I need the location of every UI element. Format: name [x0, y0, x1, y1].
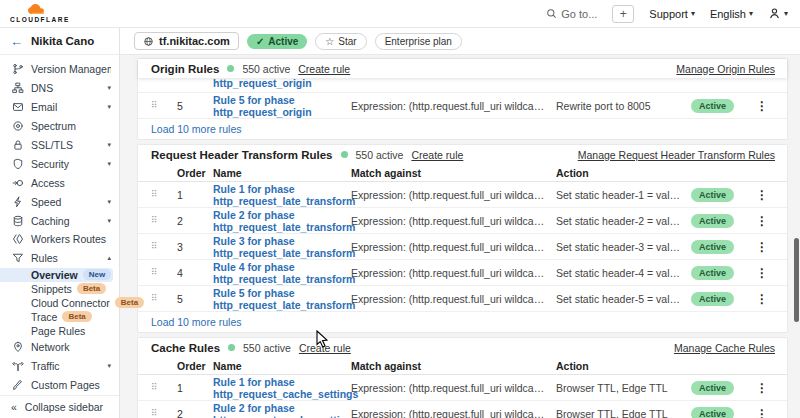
drag-handle-icon[interactable]: ⠿ [151, 294, 177, 303]
drag-handle-icon[interactable]: ⠿ [151, 242, 177, 251]
rule-name-link[interactable]: Rule 1 for phasehttp_request_late_transf… [213, 183, 351, 207]
rule-match: Expression: (http.request.full_uri wildc… [351, 100, 556, 112]
create-rule-link[interactable]: Create rule [298, 63, 350, 75]
table-row[interactable]: ⠿ 1 Rule 1 for phasehttp_request_late_tr… [138, 182, 787, 208]
sidebar-item-workers-routes[interactable]: Workers Routes [0, 230, 119, 249]
sidebar-item-rules-trace[interactable]: Trace Beta [0, 310, 119, 324]
sidebar-item-traffic[interactable]: Traffic ▾ [0, 357, 119, 376]
rule-match: Expression: (http.request.full_uri wildc… [351, 293, 556, 305]
back-arrow-icon[interactable]: ← [10, 34, 23, 49]
sidebar-item-label: SSL/TLS [31, 139, 100, 151]
sidebar-item-ssl-tls[interactable]: SSL/TLS ▾ [0, 136, 119, 155]
goto-label: Go to... [561, 8, 597, 20]
rule-name-link[interactable]: Rule 2 for phasehttp_request_late_transf… [213, 209, 351, 233]
manage-rht-rules-link[interactable]: Manage Request Header Transform Rules [578, 149, 775, 161]
drag-handle-icon[interactable]: ⠿ [151, 268, 177, 277]
rule-order: 1 [177, 382, 213, 394]
rule-name-link[interactable]: Rule 5 for phasehttp_request_late_transf… [213, 287, 351, 311]
top-bar: CLOUDFLARE Go to... + Support ▾ English … [0, 0, 800, 28]
sidebar-item-rules-cloud-connector[interactable]: Cloud Connector Beta [0, 296, 119, 310]
cache-rules-section: Cache Rules 550 active Create rule Manag… [137, 337, 788, 418]
plus-icon: + [620, 7, 627, 21]
zone-selector[interactable]: tf.nikitac.com [134, 32, 239, 50]
globe-icon [143, 36, 154, 47]
mail-icon [11, 101, 24, 114]
kebab-menu-icon[interactable]: ⋮ [756, 99, 768, 113]
section-title: Request Header Transform Rules [151, 149, 333, 161]
kebab-menu-icon[interactable]: ⋮ [756, 214, 768, 228]
kebab-menu-icon[interactable]: ⋮ [756, 407, 768, 418]
table-row[interactable]: ⠿ 1 Rule 1 for phasehttp_request_cache_s… [138, 375, 787, 401]
sidebar-item-label: Spectrum [31, 120, 111, 132]
collapse-sidebar-button[interactable]: « Collapse sidebar [0, 395, 119, 418]
table-row[interactable]: ⠿ 3 Rule 3 for phasehttp_request_late_tr… [138, 234, 787, 260]
status-badge: Active [691, 99, 734, 113]
scrollbar-thumb[interactable] [794, 238, 799, 322]
table-row[interactable]: ⠿ 2 Rule 2 for phasehttp_request_cache_s… [138, 401, 787, 418]
support-menu[interactable]: Support ▾ [649, 8, 695, 20]
sidebar-item-rules[interactable]: Rules ▴ [0, 249, 119, 268]
rule-order: 4 [177, 267, 213, 279]
load-more-rht-link[interactable]: Load 10 more rules [138, 312, 787, 332]
rule-name-link[interactable]: Rule 4 for phasehttp_request_late_transf… [213, 261, 351, 285]
load-more-origin-link[interactable]: Load 10 more rules [138, 119, 787, 139]
language-menu[interactable]: English ▾ [710, 8, 753, 20]
rule-name-link[interactable]: http_request_origin [213, 78, 781, 89]
sidebar-item-rules-page-rules[interactable]: Page Rules [0, 324, 119, 338]
rule-name-link[interactable]: Rule 5 for phasehttp_request_origin [213, 94, 351, 118]
sidebar-item-network[interactable]: Network [0, 338, 119, 357]
table-row[interactable]: ⠿ 4 Rule 4 for phasehttp_request_late_tr… [138, 260, 787, 286]
account-menu[interactable]: ▾ [768, 7, 788, 20]
rule-name-link[interactable]: Rule 2 for phasehttp_request_cache_setti… [213, 402, 351, 418]
sidebar-item-email[interactable]: Email ▾ [0, 98, 119, 117]
kebab-menu-icon[interactable]: ⋮ [756, 292, 768, 306]
cloudflare-logo[interactable]: CLOUDFLARE [10, 4, 70, 24]
sidebar-item-version-management[interactable]: Version Management [0, 60, 119, 79]
table-row[interactable]: ⠿ 2 Rule 2 for phasehttp_request_late_tr… [138, 208, 787, 234]
bolt-icon [11, 195, 24, 208]
rule-name-link[interactable]: Rule 1 for phasehttp_request_cache_setti… [213, 376, 351, 400]
sidebar-item-rules-snippets[interactable]: Snippets Beta [0, 282, 119, 296]
create-rule-link[interactable]: Create rule [411, 149, 463, 161]
origin-rules-header: Origin Rules 550 active Create rule Mana… [138, 59, 787, 78]
beta-badge: Beta [62, 311, 91, 322]
rule-name-link[interactable]: Rule 3 for phasehttp_request_late_transf… [213, 235, 351, 259]
star-button[interactable]: ☆ Star [315, 33, 366, 50]
chevron-down-icon: ▾ [107, 217, 111, 225]
kebab-menu-icon[interactable]: ⋮ [756, 240, 768, 254]
kebab-menu-icon[interactable]: ⋮ [756, 188, 768, 202]
sidebar-item-security[interactable]: Security ▾ [0, 154, 119, 173]
drag-handle-icon[interactable]: ⠿ [151, 409, 177, 418]
sidebar-item-label: Rules [31, 252, 100, 264]
drag-handle-icon[interactable]: ⠿ [151, 383, 177, 392]
sidebar-item-speed[interactable]: Speed ▾ [0, 192, 119, 211]
sidebar-item-label: Email [31, 101, 100, 113]
sidebar-item-spectrum[interactable]: Spectrum [0, 117, 119, 136]
manage-cache-rules-link[interactable]: Manage Cache Rules [674, 342, 775, 354]
sidebar-item-label: Version Management [31, 63, 111, 75]
drag-handle-icon[interactable]: ⠿ [151, 101, 177, 110]
table-row-partial[interactable]: http_request_origin [138, 78, 787, 93]
col-action: Action [556, 167, 691, 179]
sidebar-item-custom-pages[interactable]: Custom Pages [0, 376, 119, 395]
table-row[interactable]: ⠿ 5 Rule 5 for phasehttp_request_origin … [138, 93, 787, 119]
sidebar-item-access[interactable]: Access [0, 173, 119, 192]
kebab-menu-icon[interactable]: ⋮ [756, 381, 768, 395]
create-rule-link[interactable]: Create rule [299, 342, 351, 354]
sidebar-item-rules-overview[interactable]: Overview New [0, 268, 113, 282]
sidebar-subitem-label: Snippets [31, 283, 72, 295]
sidebar-item-label: Speed [31, 196, 100, 208]
drag-handle-icon[interactable]: ⠿ [151, 190, 177, 199]
manage-origin-rules-link[interactable]: Manage Origin Rules [676, 63, 775, 75]
kebab-menu-icon[interactable]: ⋮ [756, 266, 768, 280]
add-site-button[interactable]: + [612, 5, 634, 23]
sidebar-item-label: Caching [31, 215, 100, 227]
col-name: Name [213, 360, 351, 372]
table-row[interactable]: ⠿ 5 Rule 5 for phasehttp_request_late_tr… [138, 286, 787, 312]
collapse-label: Collapse sidebar [25, 401, 103, 413]
goto-search[interactable]: Go to... [546, 8, 597, 20]
sidebar-item-dns[interactable]: DNS ▾ [0, 79, 119, 98]
rule-match: Expression: (http.request.full_uri wildc… [351, 267, 556, 279]
drag-handle-icon[interactable]: ⠿ [151, 216, 177, 225]
sidebar-item-caching[interactable]: Caching ▾ [0, 211, 119, 230]
